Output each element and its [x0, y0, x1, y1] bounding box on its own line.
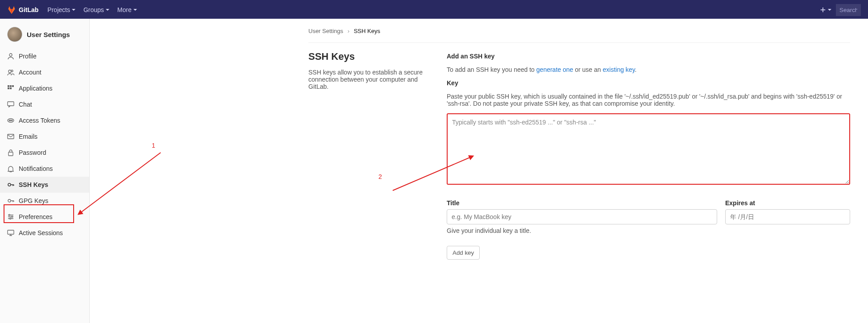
- svg-point-19: [10, 218, 11, 219]
- sidebar-item-label: Profile: [19, 53, 37, 60]
- sidebar-item-label: GPG Keys: [19, 197, 48, 204]
- sidebar-item-label: Emails: [19, 133, 37, 140]
- sidebar-item-notifications[interactable]: Notifications: [0, 161, 89, 177]
- svg-rect-14: [8, 152, 13, 156]
- chevron-down-icon: [828, 9, 831, 11]
- svg-rect-8: [8, 102, 14, 106]
- svg-point-12: [12, 120, 12, 121]
- svg-rect-4: [10, 85, 12, 87]
- svg-rect-3: [8, 85, 9, 87]
- existing-key-link[interactable]: existing key: [603, 66, 635, 73]
- breadcrumb: User Settings › SSH Keys: [308, 28, 850, 43]
- svg-rect-20: [8, 230, 14, 234]
- svg-point-18: [12, 216, 13, 218]
- title-input[interactable]: [447, 209, 717, 224]
- sidebar-item-label: Active Sessions: [19, 229, 63, 236]
- nav-more[interactable]: More: [117, 6, 137, 13]
- svg-point-1: [8, 70, 11, 73]
- sidebar-item-emails[interactable]: Emails: [0, 128, 89, 145]
- sidebar-item-profile[interactable]: Profile: [0, 48, 89, 64]
- sidebar-item-label: Password: [19, 149, 46, 156]
- sidebar-item-label: Applications: [19, 85, 53, 92]
- sidebar-item-label: Account: [19, 69, 42, 76]
- search-input[interactable]: [836, 4, 861, 16]
- ssh-key-textarea[interactable]: [447, 113, 850, 185]
- chevron-down-icon: [106, 9, 109, 11]
- lock-icon: [7, 149, 14, 156]
- sidebar-item-password[interactable]: Password: [0, 145, 89, 161]
- sidebar-item-label: Notifications: [19, 165, 53, 172]
- new-menu[interactable]: [820, 7, 831, 13]
- sidebar-item-preferences[interactable]: Preferences: [0, 209, 89, 225]
- nav-groups[interactable]: Groups: [83, 6, 109, 13]
- sidebar-item-chat[interactable]: Chat: [0, 96, 89, 112]
- svg-rect-13: [8, 134, 14, 139]
- sidebar-item-active-sessions[interactable]: Active Sessions: [0, 225, 89, 241]
- expires-label: Expires at: [725, 199, 850, 207]
- chevron-right-icon: ›: [348, 28, 349, 34]
- mail-icon: [7, 133, 14, 140]
- page-title: SSH Keys: [308, 51, 429, 62]
- key-hint: Paste your public SSH key, which is usua…: [447, 93, 850, 107]
- main-content: User Settings › SSH Keys SSH Keys SSH ke…: [90, 19, 868, 323]
- plus-icon: [820, 7, 826, 13]
- brand-label: GitLab: [19, 6, 38, 13]
- expires-input[interactable]: [725, 209, 850, 224]
- key-icon: [7, 181, 14, 188]
- key-icon: [7, 197, 14, 204]
- sidebar-item-applications[interactable]: Applications: [0, 80, 89, 96]
- sidebar: User Settings Profile Account Applicatio…: [0, 19, 90, 323]
- nav-groups-label: Groups: [83, 6, 104, 13]
- avatar: [7, 27, 22, 42]
- svg-rect-6: [8, 87, 9, 89]
- sidebar-title: User Settings: [27, 31, 70, 38]
- sidebar-item-label: Chat: [19, 101, 32, 108]
- add-key-text: To add an SSH key you need to generate o…: [447, 66, 850, 73]
- sidebar-item-account[interactable]: Account: [0, 64, 89, 80]
- svg-point-0: [9, 54, 12, 56]
- title-label: Title: [447, 199, 717, 207]
- svg-point-2: [11, 70, 13, 72]
- sidebar-item-label: SSH Keys: [19, 181, 48, 188]
- sidebar-item-label: Access Tokens: [19, 117, 60, 124]
- grid-icon: [7, 85, 14, 92]
- gitlab-logo-icon: [7, 5, 16, 14]
- svg-rect-5: [12, 85, 14, 87]
- generate-one-link[interactable]: generate one: [536, 66, 573, 73]
- sidebar-item-label: Preferences: [19, 213, 52, 220]
- add-key-text-pre: To add an SSH key you need to: [447, 66, 536, 73]
- nav-more-label: More: [117, 6, 132, 13]
- chat-icon: [7, 101, 14, 108]
- sidebar-item-access-tokens[interactable]: Access Tokens: [0, 112, 89, 128]
- nav-projects-label: Projects: [47, 6, 70, 13]
- nav-projects[interactable]: Projects: [47, 6, 75, 13]
- sliders-icon: [7, 213, 14, 220]
- sidebar-item-gpg-keys[interactable]: GPG Keys: [0, 193, 89, 209]
- bell-icon: [7, 165, 14, 172]
- add-key-text-mid: or use an: [573, 66, 602, 73]
- breadcrumb-parent[interactable]: User Settings: [308, 28, 343, 34]
- title-hint: Give your individual key a title.: [447, 227, 717, 234]
- svg-point-11: [10, 120, 11, 121]
- add-key-heading: Add an SSH key: [447, 53, 850, 60]
- add-key-button[interactable]: Add key: [447, 246, 480, 260]
- svg-point-16: [8, 199, 11, 202]
- svg-point-17: [9, 215, 10, 216]
- svg-point-15: [8, 183, 11, 186]
- brand[interactable]: GitLab: [7, 5, 38, 14]
- user-icon: [7, 53, 14, 60]
- token-icon: [7, 117, 14, 124]
- key-label: Key: [447, 79, 850, 87]
- chevron-down-icon: [133, 9, 137, 11]
- svg-point-10: [9, 120, 10, 121]
- monitor-icon: [7, 229, 14, 236]
- page-description: SSH keys allow you to establish a secure…: [308, 69, 429, 90]
- svg-rect-7: [10, 87, 12, 89]
- account-icon: [7, 69, 14, 76]
- top-navbar: GitLab Projects Groups More: [0, 0, 868, 19]
- chevron-down-icon: [72, 9, 75, 11]
- sidebar-item-ssh-keys[interactable]: SSH Keys: [0, 177, 89, 193]
- breadcrumb-current: SSH Keys: [354, 28, 380, 34]
